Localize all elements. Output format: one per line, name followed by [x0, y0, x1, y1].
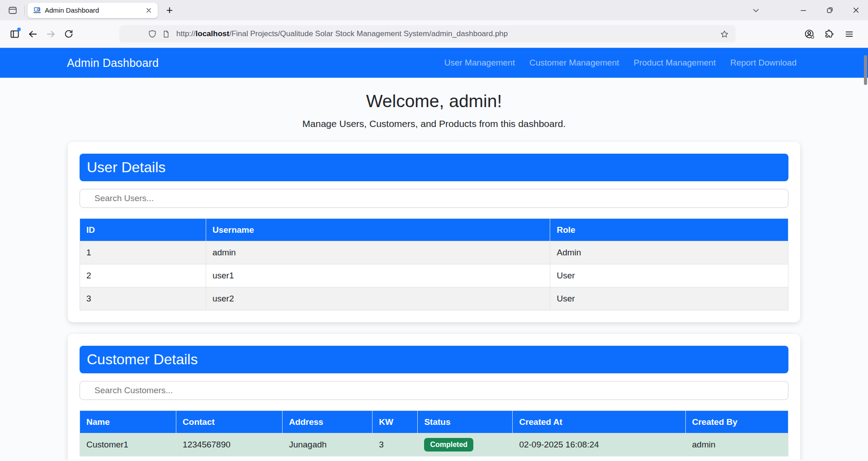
user-details-card: User Details IDUsernameRole 1adminAdmin2…: [68, 142, 800, 322]
back-icon[interactable]: [24, 25, 42, 43]
table-cell-kw: 3: [373, 433, 418, 456]
browser-tab-strip: Admin Dashboard +: [0, 0, 868, 20]
sidebar-toggle-icon[interactable]: [5, 25, 24, 43]
table-cell-name: Customer1: [80, 433, 176, 456]
table-cell-id: 1: [80, 241, 206, 264]
account-icon[interactable]: [800, 25, 818, 43]
page-subtitle: Manage Users, Customers, and Products fr…: [0, 118, 868, 129]
tab-title: Admin Dashboard: [45, 6, 140, 14]
customers-table-head: NameContactAddressKWStatusCreated AtCrea…: [80, 411, 788, 433]
column-header-created-at: Created At: [513, 411, 685, 433]
column-header-address: Address: [283, 411, 373, 433]
url-path: /Final Projects/Qualitude Solar Stock Ma…: [229, 29, 508, 38]
forward-icon: [42, 25, 60, 43]
table-row: Customer11234567890Junagadh3Completed02-…: [80, 433, 788, 456]
list-all-tabs-icon[interactable]: [748, 2, 764, 19]
restore-window-icon[interactable]: [822, 3, 837, 18]
column-header-status: Status: [418, 411, 513, 433]
tab-strip-divider: [24, 5, 25, 15]
nav-link-user-management[interactable]: User Management: [444, 58, 515, 68]
table-cell-created-at: 02-09-2025 16:08:24: [513, 433, 685, 456]
customers-table: NameContactAddressKWStatusCreated AtCrea…: [80, 410, 788, 456]
site-navbar: Admin Dashboard User ManagementCustomer …: [0, 48, 868, 78]
table-row: 1adminAdmin: [80, 241, 788, 264]
url-text: http://localhost/Final Projects/Qualitud…: [176, 29, 717, 38]
table-row: 2user1User: [80, 264, 788, 287]
column-header-name: Name: [80, 411, 176, 433]
minimize-window-icon[interactable]: [796, 3, 811, 18]
table-row: 3user2User: [80, 287, 788, 310]
customer-details-header: Customer Details: [80, 346, 788, 373]
navbar-links: User ManagementCustomer ManagementProduc…: [444, 58, 797, 68]
bookmark-star-icon[interactable]: [717, 27, 731, 41]
extensions-puzzle-icon[interactable]: [820, 25, 838, 43]
table-cell-id: 3: [80, 287, 206, 310]
table-cell-username: user1: [206, 264, 550, 287]
status-badge: Completed: [424, 438, 473, 452]
site-info-page-icon[interactable]: [159, 27, 173, 41]
nav-link-product-management[interactable]: Product Management: [634, 58, 716, 68]
table-cell-role: User: [550, 287, 788, 310]
nav-link-report-download[interactable]: Report Download: [730, 58, 797, 68]
table-cell-username: admin: [206, 241, 550, 264]
nav-link-customer-management[interactable]: Customer Management: [529, 58, 619, 68]
firefox-view-icon[interactable]: [5, 2, 21, 19]
column-header-contact: Contact: [176, 411, 283, 433]
browser-toolbar: http://localhost/Final Projects/Qualitud…: [0, 20, 868, 48]
notification-dot: [17, 28, 21, 31]
column-header-created-by: Created By: [685, 411, 788, 433]
search-users-input[interactable]: [80, 189, 788, 208]
column-header-id: ID: [80, 219, 206, 241]
column-header-kw: KW: [373, 411, 418, 433]
search-customers-input[interactable]: [80, 381, 788, 400]
table-cell-created-by: admin: [685, 433, 788, 456]
page-scrollbar-thumb[interactable]: [864, 55, 867, 85]
column-header-role: Role: [550, 219, 788, 241]
url-scheme: http://: [176, 29, 196, 38]
url-host: localhost: [196, 29, 230, 38]
page-title: Welcome, admin!: [0, 91, 868, 111]
url-bar[interactable]: http://localhost/Final Projects/Qualitud…: [119, 25, 736, 42]
table-cell-contact: 1234567890: [176, 433, 283, 456]
customer-details-card: Customer Details NameContactAddressKWSta…: [68, 334, 800, 460]
page-content: Admin Dashboard User ManagementCustomer …: [0, 48, 868, 460]
navbar-brand: Admin Dashboard: [67, 56, 159, 70]
customers-table-body: Customer11234567890Junagadh3Completed02-…: [80, 433, 788, 456]
table-cell-role: User: [550, 264, 788, 287]
new-tab-button[interactable]: +: [161, 2, 178, 19]
users-table-head: IDUsernameRole: [80, 219, 788, 241]
menu-hamburger-icon[interactable]: [840, 25, 858, 43]
active-tab[interactable]: Admin Dashboard: [28, 3, 158, 18]
tab-close-icon[interactable]: [143, 5, 154, 16]
table-cell-id: 2: [80, 264, 206, 287]
table-cell-status: Completed: [418, 433, 513, 456]
tracking-protection-shield-icon[interactable]: [146, 27, 159, 41]
column-header-username: Username: [206, 219, 550, 241]
tab-favicon-icon: [33, 6, 41, 14]
table-cell-role: Admin: [550, 241, 788, 264]
users-table-body: 1adminAdmin2user1User3user2User: [80, 241, 788, 310]
user-details-header: User Details: [80, 154, 788, 181]
reload-icon[interactable]: [60, 25, 78, 43]
users-table: IDUsernameRole 1adminAdmin2user1User3use…: [80, 218, 788, 310]
close-window-icon[interactable]: [848, 3, 863, 18]
table-cell-username: user2: [206, 287, 550, 310]
table-cell-address: Junagadh: [283, 433, 373, 456]
